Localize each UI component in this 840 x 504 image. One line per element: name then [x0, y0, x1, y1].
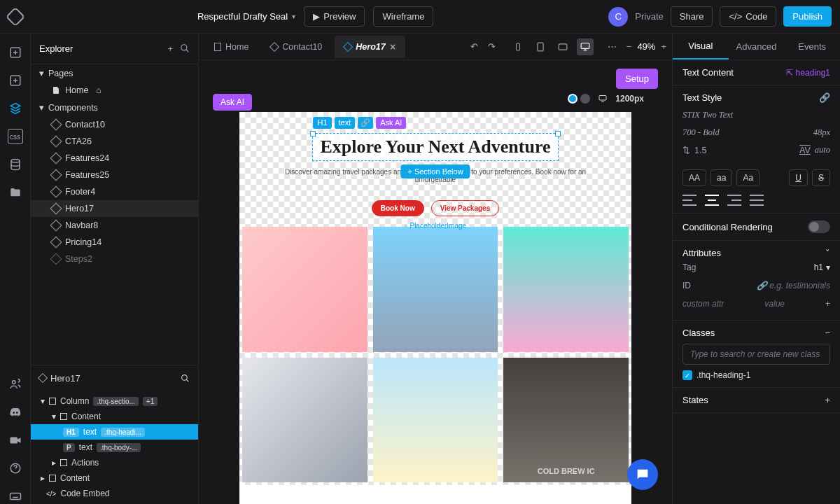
custom-attr-input[interactable]: custom attr: [682, 299, 724, 309]
preview-button[interactable]: ▶Preview: [304, 6, 365, 27]
css-icon[interactable]: css: [8, 129, 23, 144]
gallery-image[interactable]: [242, 227, 368, 352]
view-packages-button[interactable]: View Packages: [431, 200, 500, 216]
outline-p[interactable]: Ptext.thq-body-...: [31, 440, 198, 455]
minus-icon[interactable]: −: [825, 328, 830, 338]
class-search-input[interactable]: Type to search or create new class: [682, 344, 830, 365]
underline-button[interactable]: U: [789, 169, 808, 186]
hero-heading[interactable]: Explore Your Next Adventure: [320, 136, 550, 158]
pages-group[interactable]: ▾Pages: [31, 64, 198, 82]
component-item[interactable]: Steps2: [31, 251, 198, 267]
add-page-icon[interactable]: [8, 73, 23, 88]
selected-h1[interactable]: H1 text 🔗 Ask AI Explore Your Next Adven…: [312, 133, 558, 161]
capitalize-button[interactable]: Aa: [736, 169, 760, 186]
tab-visual[interactable]: Visual: [673, 34, 729, 59]
component-item[interactable]: Navbar8: [31, 217, 198, 234]
database-icon[interactable]: [8, 157, 23, 172]
device-tablet-p-icon[interactable]: [532, 38, 549, 55]
font-size[interactable]: 48px: [813, 127, 830, 138]
zoom-out-icon[interactable]: −: [626, 41, 632, 52]
publish-button[interactable]: Publish: [783, 6, 832, 27]
tag-select[interactable]: h1 ▾: [814, 262, 830, 272]
share-button[interactable]: Share: [671, 6, 713, 27]
conditional-toggle[interactable]: [808, 220, 830, 233]
align-justify-icon[interactable]: [750, 195, 764, 206]
custom-value-input[interactable]: value: [764, 299, 785, 309]
zoom-in-icon[interactable]: +: [661, 41, 666, 52]
heading-link[interactable]: ⇱heading1: [786, 68, 830, 78]
help-icon[interactable]: [8, 461, 23, 476]
components-group[interactable]: ▾Components: [31, 99, 198, 116]
logo-icon[interactable]: [6, 6, 25, 26]
component-item[interactable]: CTA26: [31, 133, 198, 150]
placeholder-image-link[interactable]: ▫PlaceholderImage: [405, 222, 466, 230]
outline-content[interactable]: ▾Content: [31, 409, 198, 424]
tab-home[interactable]: Home: [204, 36, 258, 57]
folder-icon[interactable]: [8, 185, 23, 200]
ask-ai-button[interactable]: Ask AI: [213, 94, 252, 111]
section-below-button[interactable]: + Section Below: [400, 164, 470, 178]
gallery-image[interactable]: [242, 358, 368, 483]
discord-icon[interactable]: [8, 405, 23, 420]
font-weight[interactable]: 700 - Bold: [682, 127, 720, 138]
more-icon[interactable]: ⋯: [608, 41, 617, 52]
setup-button[interactable]: Setup: [616, 69, 658, 89]
component-item[interactable]: Contact10: [31, 116, 198, 133]
avatar[interactable]: C: [608, 7, 628, 27]
canvas[interactable]: H1 text 🔗 Ask AI Explore Your Next Adven…: [239, 112, 631, 504]
users-icon[interactable]: [8, 377, 23, 392]
outline-column[interactable]: ▾Column.thq-sectio...+1: [31, 393, 198, 409]
device-tablet-l-icon[interactable]: [554, 38, 571, 55]
tab-hero[interactable]: Hero17×: [335, 36, 405, 58]
strike-button[interactable]: S: [812, 169, 830, 186]
outline-content2[interactable]: ▸Content: [31, 470, 198, 486]
component-item[interactable]: Footer4: [31, 183, 198, 200]
align-center-icon[interactable]: [705, 195, 719, 206]
outline-h1[interactable]: H1text.thq-headi...: [31, 424, 198, 440]
font-family[interactable]: STIX Two Text: [682, 110, 830, 120]
hero-subtitle[interactable]: Discover amazing travel packages and des…: [281, 168, 589, 183]
book-now-button[interactable]: Book Now: [372, 200, 424, 216]
chevron-down-icon[interactable]: ˅: [825, 248, 830, 258]
component-item-hero17[interactable]: Hero17: [31, 200, 198, 217]
gallery-image[interactable]: [503, 227, 629, 352]
align-left-icon[interactable]: [682, 195, 696, 206]
tab-advanced[interactable]: Advanced: [729, 34, 785, 59]
keyboard-icon[interactable]: [8, 489, 23, 504]
close-icon[interactable]: ×: [390, 41, 396, 52]
gallery-image[interactable]: [373, 358, 498, 483]
device-mobile-icon[interactable]: [510, 38, 526, 55]
tab-events[interactable]: Events: [784, 34, 840, 59]
component-item[interactable]: Features25: [31, 167, 198, 183]
align-right-icon[interactable]: [727, 195, 741, 206]
add-state-icon[interactable]: +: [825, 395, 830, 405]
page-home[interactable]: Home⌂: [31, 82, 198, 99]
ask-ai-badge[interactable]: Ask AI: [376, 117, 406, 129]
wireframe-button[interactable]: Wireframe: [373, 6, 433, 27]
layers-icon[interactable]: [8, 101, 23, 116]
lowercase-button[interactable]: aa: [710, 169, 732, 186]
add-icon[interactable]: [8, 45, 23, 60]
link-icon[interactable]: 🔗: [358, 117, 373, 129]
add-icon[interactable]: +: [167, 43, 173, 54]
uppercase-button[interactable]: AA: [682, 169, 706, 186]
search-icon[interactable]: [180, 43, 190, 54]
outline-actions[interactable]: ▸Actions: [31, 455, 198, 470]
chat-fab[interactable]: [627, 459, 658, 490]
link-icon[interactable]: 🔗: [819, 92, 830, 103]
outline-embed[interactable]: </>Code Embed: [31, 486, 198, 501]
component-item[interactable]: Pricing14: [31, 234, 198, 251]
gallery-image[interactable]: [373, 227, 498, 352]
component-item[interactable]: Features24: [31, 150, 198, 167]
undo-icon[interactable]: ↶: [470, 41, 478, 52]
class-chip[interactable]: ✓.thq-heading-1: [682, 370, 830, 380]
id-input[interactable]: 🔗 e.g. testimonials: [757, 281, 830, 290]
add-attr-icon[interactable]: +: [825, 299, 830, 309]
redo-icon[interactable]: ↷: [488, 41, 496, 52]
tab-contact[interactable]: Contact10: [261, 36, 332, 57]
video-icon[interactable]: [8, 433, 23, 448]
code-button[interactable]: </>Code: [720, 6, 776, 27]
search-icon[interactable]: [181, 374, 190, 383]
project-name[interactable]: Respectful Drafty Seal▾: [197, 11, 295, 22]
gallery-image[interactable]: COLD BREW IC: [503, 358, 629, 483]
